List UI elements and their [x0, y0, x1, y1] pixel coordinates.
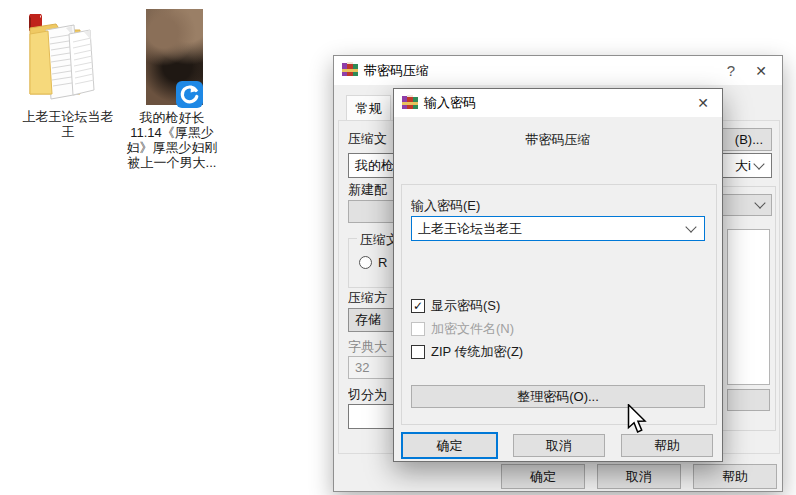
ok-button-outer[interactable]: 确定	[501, 464, 585, 489]
winrar-icon	[402, 94, 418, 113]
folder-label: 上老王论坛当老 王	[22, 109, 114, 139]
chevron-down-icon[interactable]	[685, 221, 696, 232]
tab-general[interactable]: 常规	[346, 95, 391, 121]
password-combobox[interactable]: 上老王论坛当老王	[411, 216, 705, 241]
split-label: 切分为	[348, 386, 396, 404]
checkbox-unchecked-icon	[411, 345, 425, 359]
password-value: 上老王论坛当老王	[418, 220, 522, 238]
close-icon[interactable]: ✕	[688, 89, 718, 117]
chevron-down-icon[interactable]	[753, 158, 764, 169]
options-list[interactable]	[727, 229, 770, 385]
show-password-label: 显示密码(S)	[431, 297, 500, 315]
desktop-icon-folder[interactable]: 上老王论坛当老 王	[22, 14, 114, 139]
ok-button[interactable]: 确定	[401, 432, 498, 459]
zip-legacy-label: ZIP 传统加密(Z)	[431, 343, 523, 361]
archive-name-label: 压缩文	[348, 130, 396, 148]
close-icon[interactable]: ✕	[746, 56, 776, 85]
encrypt-filenames-checkbox: 加密文件名(N)	[411, 320, 514, 338]
method-value: 存储	[355, 311, 381, 329]
mouse-cursor	[627, 404, 648, 437]
winrar-icon	[342, 61, 358, 80]
password-label: 输入密码(E)	[411, 197, 561, 215]
help-button[interactable]: 帮助	[621, 434, 713, 457]
checkbox-disabled-icon	[411, 322, 425, 336]
format-radio-label: R	[378, 255, 387, 270]
organize-passwords-button[interactable]: 整理密码(O)...	[411, 385, 705, 408]
cancel-button[interactable]: 取消	[513, 434, 605, 457]
password-dialog-titlebar: 输入密码 ✕	[394, 89, 722, 117]
compress-dialog-title: 带密码压缩	[364, 62, 429, 80]
format-radio[interactable]	[359, 256, 372, 269]
method-label: 压缩方	[348, 289, 396, 307]
encrypt-filenames-label: 加密文件名(N)	[431, 320, 514, 338]
show-password-checkbox[interactable]: ✓ 显示密码(S)	[411, 297, 500, 315]
password-dialog-title: 输入密码	[424, 94, 476, 112]
help-button-outer[interactable]: 帮助	[693, 464, 777, 489]
compress-dialog-titlebar: 带密码压缩 ? ✕	[334, 56, 782, 85]
video-label: 我的枪好长 11.14《厚黑少 妇》厚黑少妇刚 被上一个男大...	[110, 110, 234, 170]
archive-name-right-text: 大i	[735, 157, 751, 175]
folder-icon	[22, 14, 100, 106]
password-dialog-heading: 带密码压缩	[394, 131, 722, 149]
archive-name-left-text: 我的枪	[355, 157, 394, 175]
profile-label: 新建配	[348, 181, 396, 199]
cancel-button-outer[interactable]: 取消	[597, 464, 681, 489]
password-dialog: 输入密码 ✕ 带密码压缩 输入密码(E) 上老王论坛当老王 ✓ 显示密码(S) …	[393, 88, 723, 462]
dict-size-value: 32	[355, 360, 369, 375]
options-button[interactable]	[727, 389, 770, 411]
dict-size-label: 字典大	[348, 338, 396, 356]
help-titlebar-button[interactable]: ?	[716, 56, 746, 85]
zip-legacy-checkbox[interactable]: ZIP 传统加密(Z)	[411, 343, 523, 361]
player-badge-icon	[176, 81, 203, 111]
checkbox-checked-icon: ✓	[411, 299, 425, 313]
